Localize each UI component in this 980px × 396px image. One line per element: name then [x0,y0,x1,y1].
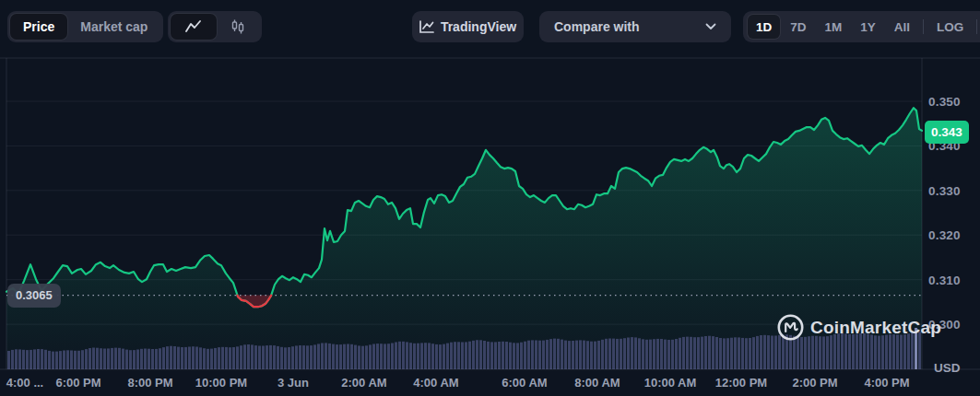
watermark-text: CoinMarketCap [810,318,941,338]
watermark: CoinMarketCap [777,314,941,341]
current-price-badge: 0.343 [925,121,969,144]
x-axis-label: 10:00 AM [644,376,697,390]
y-axis-label: 0.350 [928,94,961,108]
cmc-logo-icon [777,314,804,341]
x-axis-label: 4:00 AM [413,376,458,390]
y-axis-label: 0.310 [928,273,961,286]
y-axis-label: 0.330 [928,183,961,197]
x-axis-label: 8:00 AM [574,376,620,390]
open-price-label: 0.3065 [7,284,61,308]
x-axis-label: 4:00 PM [864,376,909,390]
x-axis-label: 2:00 PM [792,376,837,390]
x-axis-label: 12:00 PM [715,376,767,390]
usd-label: USD [934,361,961,375]
x-axis-label: 6:00 AM [502,376,547,390]
x-axis-label: 4:00 ... [6,376,43,390]
price-chart-page: Price Market cap TradingView Compare [0,0,980,396]
x-axis-label: 8:00 PM [127,376,172,390]
x-axis-label: 3 Jun [277,376,309,390]
y-axis-label: 0.320 [928,228,961,242]
x-axis-label: 6:00 PM [55,376,100,390]
x-axis-label: 10:00 PM [195,376,247,390]
x-axis-label: 2:00 AM [341,376,386,390]
